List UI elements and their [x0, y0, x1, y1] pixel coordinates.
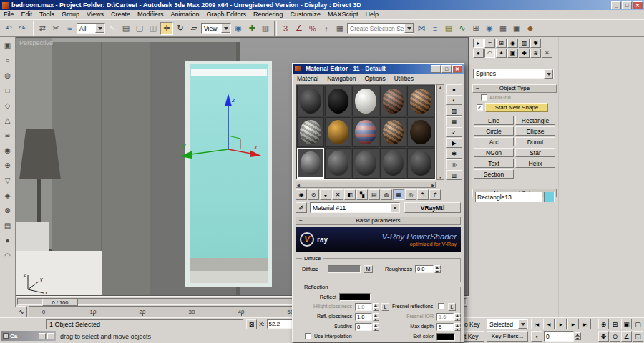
reference-coordinate-dropdown[interactable]: View: [201, 23, 231, 34]
menu-rendering[interactable]: Rendering: [250, 10, 287, 19]
close-button[interactable]: ✕: [633, 1, 643, 9]
bind-to-space-warp-icon[interactable]: ≈: [63, 22, 76, 35]
start-new-shape-button[interactable]: Start New Shape: [485, 103, 548, 112]
quick-render-icon[interactable]: ◆: [524, 22, 537, 35]
zoom-region-button[interactable]: ▢: [633, 319, 643, 329]
key-filters-button[interactable]: Key Filters...: [487, 331, 528, 342]
make-material-copy-icon[interactable]: ◧: [344, 189, 356, 200]
material-id-channel-icon[interactable]: ◍: [381, 189, 392, 200]
select-and-link-icon[interactable]: ⇄: [36, 22, 49, 35]
select-by-material-icon[interactable]: ◎: [446, 159, 462, 169]
keyboard-override-icon[interactable]: ▥: [259, 22, 272, 35]
autogrid-checkbox[interactable]: [481, 94, 487, 101]
refl-glossiness-spinner[interactable]: [373, 313, 379, 321]
menu-views[interactable]: Views: [83, 10, 107, 19]
show-map-in-viewport-icon[interactable]: ▦: [393, 189, 404, 200]
minimized-window-maximize-button[interactable]: [47, 333, 54, 339]
window-crossing-icon[interactable]: ◫: [147, 22, 160, 35]
button-helix[interactable]: Helix: [515, 159, 555, 168]
left-toolbar-icon-10[interactable]: ▽: [1, 174, 14, 186]
tab-modify[interactable]: ≈: [484, 39, 495, 48]
schematic-view-icon[interactable]: ⊞: [469, 22, 482, 35]
button-ellipse[interactable]: Ellipse: [515, 126, 555, 136]
material-editor-menu-material[interactable]: Material: [293, 75, 323, 82]
left-toolbar-icon-5[interactable]: ◇: [1, 99, 14, 111]
left-toolbar-icon-6[interactable]: △: [1, 114, 14, 126]
menu-maxscript[interactable]: MAXScript: [324, 10, 362, 19]
subdivs-spinner[interactable]: [373, 323, 379, 331]
chevron-down-icon[interactable]: [518, 319, 527, 329]
sample-type-icon[interactable]: ●: [446, 84, 462, 94]
zoom-extents-button[interactable]: ▣: [621, 319, 632, 329]
material-slot-6[interactable]: [297, 117, 324, 148]
left-toolbar-icon-2[interactable]: ○: [1, 54, 14, 66]
minimized-window[interactable]: Ca: [1, 331, 56, 341]
curve-editor-icon[interactable]: ∿: [456, 22, 469, 35]
time-slider-handle[interactable]: 0 / 100: [42, 299, 78, 306]
undo-icon[interactable]: ↶: [2, 22, 15, 35]
minimize-button[interactable]: _: [611, 1, 621, 9]
background-icon[interactable]: ▨: [446, 106, 462, 116]
tab-motion[interactable]: ◉: [507, 39, 518, 48]
play-button[interactable]: ▶: [555, 319, 567, 329]
selected-keys-dropdown[interactable]: Selected: [487, 319, 528, 329]
chevron-down-icon[interactable]: [221, 24, 230, 33]
rendered-frame-window-icon[interactable]: ▣: [510, 22, 523, 35]
select-and-manipulate-icon[interactable]: ✚: [245, 22, 258, 35]
material-slot-7[interactable]: [325, 117, 352, 148]
material-slot-2[interactable]: [325, 86, 352, 116]
menu-group[interactable]: Group: [58, 10, 83, 19]
maximize-button[interactable]: □: [622, 1, 632, 9]
current-frame-spinner[interactable]: [575, 332, 581, 340]
category-shapes[interactable]: ◠: [484, 49, 495, 58]
tab-utilities[interactable]: ✱: [530, 39, 541, 48]
material-name-dropdown[interactable]: Material #11: [310, 202, 400, 213]
material-type-button[interactable]: VRayMtl: [404, 202, 461, 213]
max-depth-field[interactable]: 5: [436, 323, 454, 331]
use-interpolation-checkbox[interactable]: [305, 333, 311, 339]
menu-create[interactable]: Create: [107, 10, 134, 19]
use-pivot-point-icon[interactable]: ◉: [232, 22, 245, 35]
snaps-toggle-icon[interactable]: 3: [279, 22, 292, 35]
fresnel-ior-field[interactable]: 1.6: [436, 313, 454, 321]
select-and-move-icon[interactable]: ✛: [160, 22, 173, 35]
make-preview-icon[interactable]: ▶: [446, 138, 462, 148]
hilight-glossiness-field[interactable]: 1.0: [355, 303, 372, 311]
fresnel-reflections-checkbox[interactable]: [438, 303, 444, 309]
left-toolbar-icon-7[interactable]: ≋: [1, 129, 14, 141]
subdivs-field[interactable]: 8: [355, 323, 372, 331]
pick-material-from-object-icon[interactable]: ✐: [296, 202, 307, 213]
fresnel-lock-button[interactable]: L: [448, 303, 456, 311]
button-ngon[interactable]: NGon: [474, 148, 514, 157]
select-object-icon[interactable]: ↖: [106, 22, 119, 35]
menu-edit[interactable]: Edit: [18, 10, 36, 19]
mirror-icon[interactable]: ⋈: [415, 22, 428, 35]
category-cameras[interactable]: ▣: [507, 49, 518, 58]
category-lights[interactable]: ✦: [496, 49, 507, 58]
unlink-selection-icon[interactable]: ✂: [49, 22, 62, 35]
material-slot-10[interactable]: [407, 117, 434, 148]
material-slot-14[interactable]: [380, 148, 407, 179]
object-name-field[interactable]: Rectangle13: [475, 192, 542, 202]
category-helpers[interactable]: ✚: [519, 49, 530, 58]
title-bar[interactable]: bedroom.max - Project Folder: D:\Cartest…: [0, 0, 644, 10]
maximize-viewport-button[interactable]: ◱: [633, 331, 643, 342]
object-type-rollout[interactable]: Object Type: [472, 84, 557, 93]
left-toolbar-icon-3[interactable]: ◍: [1, 69, 14, 81]
zoom-all-button[interactable]: ⊞: [610, 319, 620, 329]
open-mini-curve-editor-button[interactable]: ∿: [16, 306, 27, 317]
material-slot-3[interactable]: [352, 86, 379, 116]
button-section[interactable]: Section: [474, 169, 514, 179]
layer-manager-icon[interactable]: ▤: [442, 22, 455, 35]
lamp-shade[interactable]: [19, 129, 61, 179]
material-slot-8[interactable]: [352, 117, 379, 148]
material-slot-12[interactable]: [325, 148, 352, 179]
button-line[interactable]: Line: [474, 116, 514, 125]
material-slot-5[interactable]: [407, 86, 434, 116]
menu-tools[interactable]: Tools: [36, 10, 58, 19]
rectangular-selection-region-icon[interactable]: ▢: [133, 22, 146, 35]
select-and-rotate-icon[interactable]: ↻: [174, 22, 187, 35]
material-slot-13[interactable]: [352, 148, 379, 179]
tab-create[interactable]: ▸: [473, 39, 484, 48]
roughness-spinner[interactable]: [434, 265, 441, 273]
